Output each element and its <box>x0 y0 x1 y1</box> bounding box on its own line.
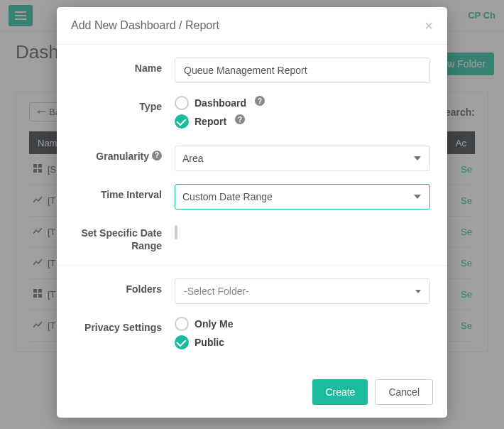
name-input[interactable] <box>175 58 430 83</box>
close-icon[interactable]: × <box>424 18 433 33</box>
type-dashboard-label: Dashboard <box>195 97 246 109</box>
label-granularity: Granularity? <box>74 146 175 171</box>
create-button[interactable]: Create <box>312 379 368 405</box>
type-dashboard-radio[interactable] <box>175 96 189 110</box>
help-icon[interactable]: ? <box>235 114 245 124</box>
time-interval-select[interactable]: Custom Date Range <box>175 184 430 210</box>
privacy-public-radio[interactable] <box>175 335 189 349</box>
modal-header: Add New Dashboard / Report × <box>57 7 447 45</box>
cancel-button[interactable]: Cancel <box>375 379 433 405</box>
label-folders: Folders <box>74 278 175 304</box>
chevron-down-icon <box>415 290 421 293</box>
specific-date-checkbox[interactable] <box>175 225 177 239</box>
type-report-radio[interactable] <box>175 114 189 129</box>
help-icon[interactable]: ? <box>255 96 265 106</box>
label-privacy: Privacy Settings <box>74 317 175 354</box>
privacy-public-label: Public <box>195 337 224 348</box>
granularity-select[interactable]: Area <box>175 146 430 171</box>
label-time-interval: Time Interval <box>74 184 175 210</box>
label-specific-date: Set Specific Date Range <box>74 222 175 252</box>
folder-placeholder: -Select Folder- <box>184 286 249 297</box>
label-type: Type <box>74 96 175 133</box>
modal-title: Add New Dashboard / Report <box>71 19 219 32</box>
help-icon[interactable]: ? <box>152 151 162 161</box>
divider <box>57 265 447 266</box>
modal-footer: Create Cancel <box>57 369 447 418</box>
privacy-onlyme-radio[interactable] <box>175 317 189 331</box>
privacy-onlyme-label: Only Me <box>195 318 233 330</box>
label-name: Name <box>74 58 175 83</box>
folder-select[interactable]: -Select Folder- <box>175 278 430 304</box>
type-report-label: Report <box>195 116 226 127</box>
add-dashboard-modal: Add New Dashboard / Report × Name Type D… <box>57 7 447 418</box>
